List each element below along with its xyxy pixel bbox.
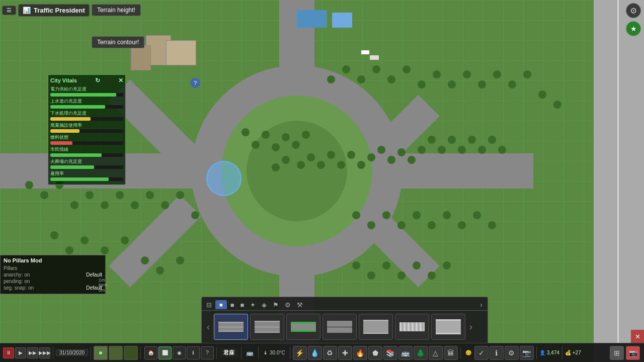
settings-icon-btn[interactable]: ⚙	[505, 346, 519, 360]
tree	[382, 211, 390, 219]
water-icon-btn[interactable]: 💧	[308, 346, 322, 360]
np-row: pending: on	[4, 279, 102, 284]
road-card-green[interactable]	[286, 314, 320, 340]
tree	[463, 70, 471, 78]
unique-icon-btn[interactable]: △	[429, 346, 443, 360]
tree	[377, 146, 385, 154]
info-icon-btn[interactable]: ℹ	[490, 346, 504, 360]
sep1	[53, 347, 53, 359]
back-button[interactable]: ☰	[2, 6, 16, 15]
play-1x-button[interactable]: ▶	[15, 347, 26, 358]
road-card-pedestrian[interactable]	[395, 314, 429, 340]
road-tab-arrow[interactable]: ›	[477, 299, 486, 310]
date-display: 31/10/2020	[56, 349, 88, 356]
traffic-president-button[interactable]: 📊 Traffic President	[18, 4, 90, 17]
tree	[292, 141, 300, 149]
road-card-2lane[interactable]	[214, 314, 248, 340]
road-tab-4[interactable]: ■	[238, 300, 247, 310]
transport-icon-btn[interactable]: 🚌	[398, 346, 413, 360]
check-icon-btn[interactable]: ✓	[474, 346, 489, 360]
cv-close-icon[interactable]: ✕	[118, 77, 123, 84]
minimap-button[interactable]	[94, 346, 108, 360]
bulldoze-tool[interactable]: 🏠	[144, 346, 157, 359]
road-tab-6[interactable]: ◈	[259, 300, 269, 310]
np-row: Pillars	[4, 265, 102, 271]
highway-right	[594, 0, 644, 362]
tree	[397, 148, 406, 156]
camera-icon-btn[interactable]: 📷	[520, 346, 534, 360]
minimap-thumb3[interactable]	[124, 346, 138, 360]
health-icon-btn[interactable]: ✚	[338, 346, 352, 360]
tree	[382, 261, 390, 269]
tree	[418, 80, 426, 88]
police-icon-btn[interactable]: ⬟	[368, 346, 382, 360]
highway-line	[617, 0, 619, 362]
road-tab-9[interactable]: ⚒	[294, 300, 305, 310]
play-2x-button[interactable]: ▶▶	[27, 347, 38, 358]
vehicle	[370, 55, 379, 60]
road-card-highway[interactable]	[431, 314, 465, 340]
tree	[307, 153, 315, 161]
pause-button[interactable]: ⏸	[3, 347, 14, 358]
tree	[25, 181, 33, 189]
road-next-arrow[interactable]: ›	[467, 322, 474, 332]
road-tab-5[interactable]: ✦	[248, 300, 258, 310]
tree	[347, 151, 355, 159]
screenshot-button[interactable]: 📷	[626, 346, 640, 360]
road-tab-8[interactable]: ⚙	[282, 300, 293, 310]
minimap-thumb2[interactable]	[109, 346, 123, 360]
tree	[428, 221, 436, 229]
cv-rows: 電力供給の充足度 上水道の充足度 下水処理の充足度 廃棄施設使用率 燃料状態	[50, 86, 123, 181]
road-tab-7[interactable]: ⚑	[270, 300, 281, 310]
districts-tool[interactable]: ◉	[173, 346, 186, 359]
np-rows: Pillars anarchy: on Default pending: on …	[4, 265, 102, 291]
cv-row: 電力供給の充足度	[50, 86, 123, 97]
road-card-wide[interactable]	[359, 314, 393, 340]
cv-row-label: 火葬場の充足度	[50, 158, 123, 165]
close-road-toolbar-button[interactable]: ✕	[631, 330, 644, 343]
np-val: Default	[86, 272, 102, 278]
city-vitals-panel: City Vitals ↻ ✕ 電力供給の充足度 上水道の充足度 下水処理の充足…	[48, 74, 126, 185]
electricity-icon-btn[interactable]: ⚡	[293, 346, 307, 360]
zones-tool[interactable]: ⬜	[158, 346, 172, 359]
road-tab-1[interactable]: ⊟	[204, 300, 214, 310]
road-card-4lane[interactable]	[250, 314, 284, 340]
sep8	[460, 347, 461, 359]
np-row: anarchy: on Default	[4, 272, 102, 278]
cv-bar-fill	[50, 117, 91, 121]
road-card-divided[interactable]	[323, 314, 357, 340]
sep10	[562, 347, 562, 359]
play-3x-button[interactable]: ▶▶▶	[39, 347, 50, 358]
terrain-height-button[interactable]: Terrain height!	[92, 4, 141, 16]
tree	[488, 221, 496, 229]
cv-refresh-icon[interactable]: ↻	[95, 77, 100, 84]
tree	[428, 136, 436, 144]
road-card-visual	[359, 318, 392, 336]
education-icon-btn[interactable]: 📚	[383, 346, 397, 360]
pause-icon: ⏸	[6, 350, 11, 355]
cv-bar-fill	[50, 93, 116, 97]
help-tool[interactable]: ?	[201, 346, 214, 359]
road-tab-3[interactable]: ■	[228, 300, 237, 310]
cv-bar-bg	[50, 177, 123, 181]
tree	[352, 261, 360, 269]
achievement-button[interactable]: ★	[626, 21, 641, 36]
parks-icon-btn[interactable]: 🌲	[414, 346, 428, 360]
road-tab-2[interactable]: ■	[215, 300, 227, 309]
road-east	[382, 153, 533, 189]
terrain-contour-button[interactable]: Terrain contour!	[92, 36, 144, 48]
grid-toggle-button[interactable]: ⊞	[610, 346, 624, 360]
fire-icon-btn[interactable]: 🔥	[353, 346, 367, 360]
close-icon: ✕	[635, 333, 640, 340]
tree	[191, 211, 199, 219]
road-prev-arrow[interactable]: ‹	[205, 322, 212, 332]
cv-row: 廃棄施設使用率	[50, 122, 123, 133]
monument-icon-btn[interactable]: 🏛	[444, 346, 458, 360]
garbage-icon-btn[interactable]: ♻	[323, 346, 337, 360]
tree	[443, 261, 451, 269]
info-tool[interactable]: ℹ	[187, 346, 200, 359]
tree	[448, 80, 456, 88]
tree	[242, 128, 250, 136]
bus-icon: 🚌	[246, 349, 254, 356]
no-pillars-panel: No Pillars Mod Pillars anarchy: on Defau…	[0, 255, 106, 294]
